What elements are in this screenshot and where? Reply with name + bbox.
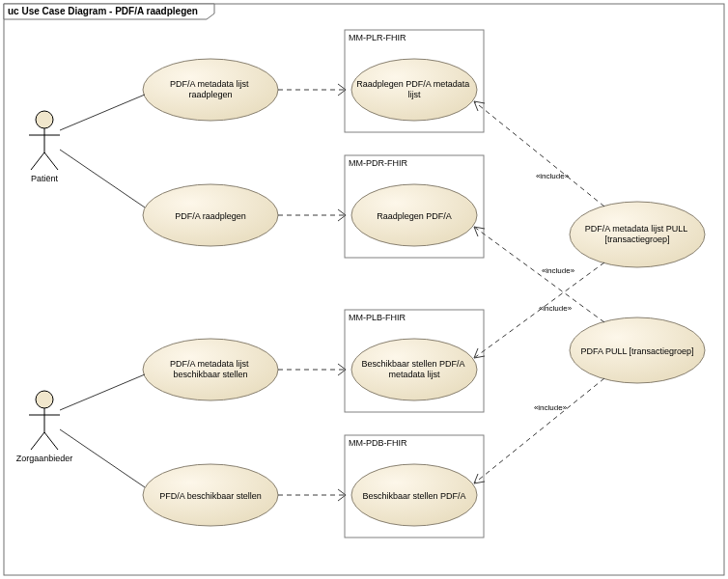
usecase-pdfa-metadata-lijst-beschikbaar-stellen: PDF/A metadata lijst beschikbaar stellen… <box>143 339 278 400</box>
dep-uc3-to-s3 <box>278 364 346 375</box>
actor-patient: Patiënt <box>29 111 60 183</box>
subsystem-title: MM-PDB-FHIR <box>349 438 407 448</box>
subsystem-mm-plr-fhir: MM-PLR-FHIR Raadplegen PDF/A metadata li… <box>345 30 484 132</box>
subsystem-mm-pdr-fhir: MM-PDR-FHIR Raadplegen PDF/A <box>345 155 484 258</box>
svg-text:PDF/A raadplegen: PDF/A raadplegen <box>175 211 246 221</box>
svg-text:PDF/A metadata lijst
      bes: PDF/A metadata lijst beschikbaar stellen <box>170 359 251 379</box>
svg-text:PFD/A beschikbaar stellen: PFD/A beschikbaar stellen <box>159 491 262 501</box>
svg-line-39 <box>474 101 604 207</box>
svg-line-4 <box>44 152 58 170</box>
usecase-pdfa-metadata-lijst-raadplegen: PDF/A metadata lijst raadplegen PDF/A me… <box>143 59 278 121</box>
svg-line-9 <box>44 432 58 450</box>
subsystem-title: MM-PLR-FHIR <box>349 33 406 42</box>
svg-text:Raadplegen PDF/A: Raadplegen PDF/A <box>377 211 452 221</box>
actor-zorgaanbieder-label: Zorgaanbieder <box>16 454 73 463</box>
subsystem-mm-pdb-fhir: MM-PDB-FHIR Beschikbaar stellen PDF/A <box>345 435 484 538</box>
svg-line-3 <box>31 152 44 170</box>
dep-uc4-to-s4 <box>278 489 346 501</box>
usecase-pfda-beschikbaar-stellen: PFD/A beschikbaar stellen <box>143 464 278 526</box>
actor-zorgaanbieder: Zorgaanbieder <box>16 391 73 463</box>
svg-point-5 <box>36 391 53 408</box>
svg-line-45 <box>474 378 604 483</box>
svg-text:«include»: «include» <box>536 172 570 180</box>
svg-text:«include»: «include» <box>539 304 573 313</box>
subsystem-mm-plb-fhir: MM-PLB-FHIR Beschikbaar stellen PDF/A me… <box>345 310 484 412</box>
include-g2-s4: «include» <box>474 378 604 483</box>
panel-title-text: Use Case Diagram - PDF/A raadplegen <box>21 6 197 16</box>
dep-uc1-to-s1 <box>278 84 346 96</box>
include-g1-s1: «include» <box>474 101 604 207</box>
assoc-patient-uc1 <box>60 95 145 130</box>
subsystem-title: MM-PLB-FHIR <box>349 313 406 322</box>
svg-point-0 <box>36 111 53 128</box>
subsystem-title: MM-PDR-FHIR <box>349 158 407 168</box>
use-case-diagram: uc Use Case Diagram - PDF/A raadplegen P… <box>0 0 728 579</box>
svg-text:PDFA PULL [transactiegroep]: PDFA PULL [transactiegroep] <box>580 346 693 356</box>
usecase-pdfa-pull: PDFA PULL [transactiegroep] <box>570 317 705 383</box>
assoc-zorg-uc3 <box>60 374 145 410</box>
usecase-pdfa-raadplegen: PDF/A raadplegen <box>143 184 278 246</box>
panel-title-prefix: uc <box>8 6 21 16</box>
svg-text:«include»: «include» <box>542 266 575 275</box>
panel-title: uc Use Case Diagram - PDF/A raadplegen <box>8 6 198 16</box>
svg-text:Beschikbaar stellen PDF/A: Beschikbaar stellen PDF/A <box>362 491 465 501</box>
dep-uc2-to-s2 <box>278 209 346 221</box>
svg-line-8 <box>31 432 44 450</box>
actor-patient-label: Patiënt <box>31 174 59 183</box>
usecase-pdfa-metadata-lijst-pull: PDF/A metadata lijst PULL [transactiegro… <box>570 202 705 267</box>
assoc-patient-uc2 <box>60 150 145 207</box>
svg-text:«include»: «include» <box>534 403 568 412</box>
